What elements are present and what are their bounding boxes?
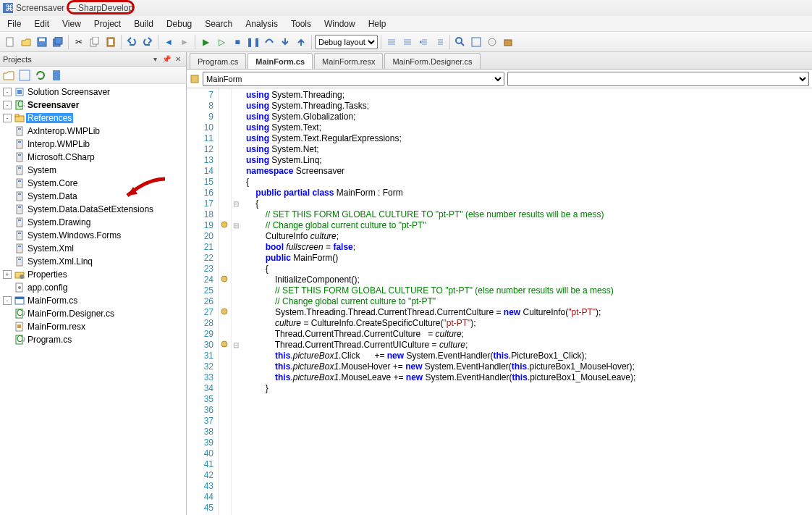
references-folder-icon	[14, 113, 25, 123]
tab-mainform-resx[interactable]: MainForm.resx	[314, 53, 383, 69]
pause-button[interactable]: ❚❚	[246, 35, 261, 49]
svg-rect-40	[18, 233, 21, 234]
menu-view[interactable]: View	[56, 17, 87, 30]
save-button[interactable]	[35, 35, 49, 49]
uncomment-button[interactable]	[400, 35, 415, 49]
step-over-button[interactable]	[262, 35, 276, 49]
tab-mainform-designer-cs[interactable]: MainForm.Designer.cs	[384, 53, 480, 69]
tree-node-system-core[interactable]: System.Core	[0, 177, 186, 190]
panel-close-icon[interactable]: ✕	[173, 54, 183, 64]
svg-rect-57	[191, 75, 198, 83]
tree-node-app-config[interactable]: app.config	[0, 281, 186, 294]
undo-button[interactable]	[124, 35, 139, 49]
refresh-icon[interactable]	[35, 70, 46, 81]
collapse-icon[interactable]: -	[3, 101, 12, 109]
collapse-icon[interactable]: -	[3, 88, 12, 96]
tree-spacer	[3, 335, 12, 344]
member-combo[interactable]	[507, 72, 809, 86]
menu-edit[interactable]: Edit	[28, 17, 55, 30]
menu-debug[interactable]: Debug	[161, 17, 198, 30]
properties-button[interactable]	[485, 35, 499, 49]
tree-node-mainform-cs[interactable]: -MainForm.cs	[0, 294, 186, 307]
tree-node-screensaver[interactable]: -C#Screensaver	[0, 99, 186, 112]
nav-back-button[interactable]: ◄	[161, 35, 176, 49]
tree-node-interop-wmplib[interactable]: Interop.WMPLib	[0, 138, 186, 151]
collapse-icon[interactable]: -	[3, 114, 12, 122]
redo-button[interactable]	[140, 35, 155, 49]
expand-icon[interactable]: +	[3, 270, 12, 279]
step-into-button[interactable]	[278, 35, 292, 49]
panel-dropdown-icon[interactable]: ▾	[150, 54, 160, 64]
menu-file[interactable]: File	[1, 17, 27, 30]
tree-label: Solution Screensaver	[26, 87, 111, 97]
tree-node-mainform-designer-cs[interactable]: C#MainForm.Designer.cs	[0, 307, 186, 320]
svg-point-13	[489, 38, 496, 46]
menu-search[interactable]: Search	[199, 17, 238, 30]
menu-help[interactable]: Help	[363, 17, 392, 30]
svg-rect-35	[17, 205, 22, 214]
svg-rect-38	[18, 219, 21, 221]
tree-node-mainform-resx[interactable]: MainForm.resx	[0, 320, 186, 333]
layout-select[interactable]: Debug layout	[315, 35, 378, 49]
reference-icon	[14, 256, 25, 267]
tree-node-system[interactable]: System	[0, 164, 186, 177]
menu-tools[interactable]: Tools	[285, 17, 317, 30]
menu-analysis[interactable]: Analysis	[240, 17, 284, 30]
step-out-button[interactable]	[294, 35, 308, 49]
menu-window[interactable]: Window	[318, 17, 361, 30]
tree-node-system-xml[interactable]: System.Xml	[0, 242, 186, 255]
open-button[interactable]	[19, 35, 33, 49]
tab-mainform-cs[interactable]: MainForm.cs	[248, 53, 313, 69]
collapse-icon[interactable]: -	[3, 296, 12, 305]
new-folder-icon[interactable]	[3, 70, 14, 81]
tree-node-properties[interactable]: +Properties	[0, 268, 186, 281]
panel-pin-icon[interactable]: 📌	[161, 54, 172, 64]
paste-button[interactable]	[103, 35, 118, 49]
tree-node-system-data[interactable]: System.Data	[0, 190, 186, 203]
cut-button[interactable]: ✂	[72, 35, 86, 49]
solution-icon	[14, 87, 25, 97]
project-tree[interactable]: -Solution Screensaver-C#Screensaver-Refe…	[0, 84, 186, 515]
class-browser-button[interactable]	[469, 35, 483, 49]
reference-icon	[14, 243, 25, 254]
nav-forward-button[interactable]: ►	[177, 35, 192, 49]
properties-folder-icon	[14, 269, 25, 280]
tree-node-references[interactable]: -References	[0, 112, 186, 125]
code-content[interactable]: using System.Threading;using System.Thre…	[240, 88, 812, 515]
code-editor[interactable]: 7891011121314151617181920212223242526272…	[187, 88, 812, 515]
tree-node-system-xml-linq[interactable]: System.Xml.Linq	[0, 255, 186, 268]
config-icon	[14, 282, 25, 293]
menu-project[interactable]: Project	[88, 17, 127, 30]
new-file-button[interactable]	[3, 35, 17, 49]
tree-node-system-drawing[interactable]: System.Drawing	[0, 216, 186, 229]
tree-node-microsoft-csharp[interactable]: Microsoft.CSharp	[0, 151, 186, 164]
indent-button[interactable]	[416, 35, 431, 49]
menu-build[interactable]: Build	[128, 17, 159, 30]
find-button[interactable]	[453, 35, 468, 49]
run-nodebug-button[interactable]: ▷	[214, 35, 229, 49]
tree-node-axinterop-wmplib[interactable]: AxInterop.WMPLib	[0, 125, 186, 138]
show-all-icon[interactable]	[19, 70, 30, 81]
outdent-button[interactable]	[432, 35, 447, 49]
comment-button[interactable]	[384, 35, 399, 49]
tree-node-program-cs[interactable]: C#Program.cs	[0, 333, 186, 346]
tree-node-system-data-datasetextensions[interactable]: System.Data.DataSetExtensions	[0, 203, 186, 216]
stop-button[interactable]: ■	[230, 35, 245, 49]
toolbox-button[interactable]	[501, 35, 515, 49]
fold-margin[interactable]: ⊟⊟⊟	[232, 88, 240, 515]
tree-node-solution-screensaver[interactable]: -Solution Screensaver	[0, 85, 186, 99]
svg-point-58	[221, 222, 227, 227]
properties-icon[interactable]	[51, 70, 62, 81]
svg-rect-24	[18, 128, 21, 130]
reference-icon	[14, 217, 25, 227]
tab-program-cs[interactable]: Program.cs	[190, 53, 246, 69]
projects-panel-header: Projects ▾ 📌 ✕	[0, 52, 186, 67]
tree-node-system-windows-forms[interactable]: System.Windows.Forms	[0, 229, 186, 242]
class-combo[interactable]: MainForm	[203, 72, 504, 86]
svg-rect-36	[18, 206, 21, 208]
tree-label: System.Xml.Linq	[26, 256, 94, 267]
copy-button[interactable]	[88, 35, 102, 49]
tree-spacer	[3, 283, 12, 292]
run-button[interactable]: ▶	[198, 35, 213, 49]
save-all-button[interactable]	[51, 35, 65, 49]
